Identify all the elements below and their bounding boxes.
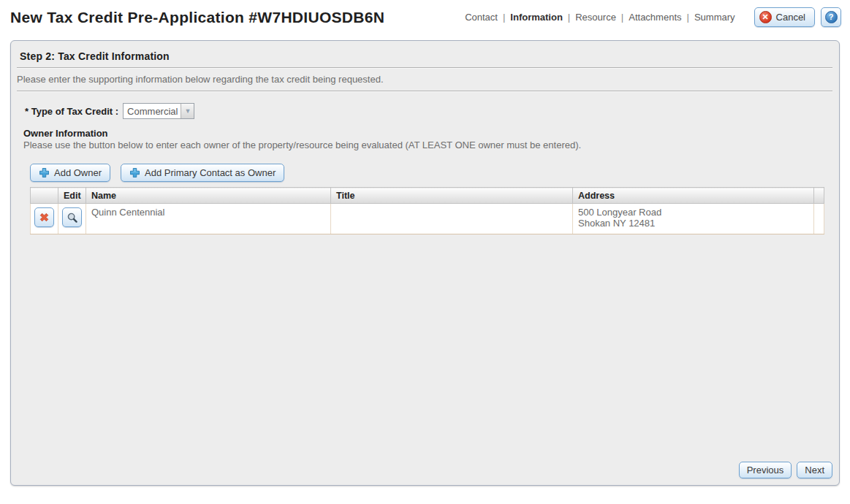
owner-buttons-row: Add Owner Add Primary Contact as Owner (30, 164, 839, 182)
step-nav: Contact | Information | Resource | Attac… (465, 7, 735, 23)
table-row: Quinn Centennial 500 Longyear Road Shoka… (31, 204, 824, 234)
header-buttons: ✕ Cancel ? (754, 7, 841, 27)
nav-information[interactable]: Information (510, 12, 563, 23)
add-primary-contact-as-owner-label: Add Primary Contact as Owner (145, 167, 276, 178)
red-x-icon (39, 212, 50, 223)
next-button[interactable]: Next (797, 462, 832, 478)
footer-buttons: Previous Next (739, 462, 832, 478)
type-of-tax-credit-value: Commercial (124, 104, 181, 118)
nav-separator: | (568, 12, 570, 23)
column-name: Name (86, 188, 331, 204)
cancel-button[interactable]: ✕ Cancel (754, 7, 815, 27)
owner-information-heading: Owner Information (23, 128, 839, 139)
edit-cell (58, 204, 86, 234)
nav-contact[interactable]: Contact (465, 12, 498, 23)
step-title: Step 2: Tax Credit Information (20, 50, 832, 62)
plus-icon (129, 167, 140, 178)
delete-cell (31, 204, 58, 234)
column-title: Title (331, 188, 573, 204)
nav-separator: | (621, 12, 623, 23)
cancel-button-label: Cancel (776, 12, 805, 23)
address-line1: 500 Longyear Road (578, 207, 808, 218)
type-of-tax-credit-row: * Type of Tax Credit : Commercial ▼ (25, 103, 839, 119)
add-owner-button[interactable]: Add Owner (30, 164, 110, 182)
column-spacer (814, 188, 824, 204)
magnifier-icon (67, 212, 78, 224)
add-primary-contact-as-owner-button[interactable]: Add Primary Contact as Owner (121, 164, 284, 182)
question-mark-icon: ? (825, 11, 838, 23)
intro-text: Please enter the supporting information … (17, 74, 832, 85)
owners-table: Edit Name Title Address (30, 187, 824, 234)
nav-separator: | (687, 12, 689, 23)
nav-separator: | (503, 12, 505, 23)
step-panel: Step 2: Tax Credit Information Please en… (10, 40, 840, 486)
add-owner-label: Add Owner (54, 167, 102, 178)
divider (17, 67, 832, 69)
view-owner-button[interactable] (62, 207, 82, 227)
delete-owner-button[interactable] (34, 207, 54, 227)
owner-name-cell: Quinn Centennial (86, 204, 331, 234)
owner-instructions: Please use the button below to enter eac… (23, 140, 585, 151)
column-address: Address (573, 188, 814, 204)
divider (17, 91, 832, 92)
chevron-down-icon[interactable]: ▼ (181, 104, 194, 118)
type-of-tax-credit-select[interactable]: Commercial ▼ (123, 103, 194, 119)
type-of-tax-credit-label: * Type of Tax Credit : (25, 106, 118, 117)
row-spacer-cell (814, 204, 824, 234)
owners-table-header-row: Edit Name Title Address (31, 188, 824, 204)
page-header: New Tax Credit Pre-Application #W7HDIUOS… (0, 0, 850, 40)
owner-title-cell (331, 204, 573, 234)
column-delete (31, 188, 58, 204)
red-x-circle-icon: ✕ (759, 11, 772, 23)
previous-button[interactable]: Previous (739, 462, 792, 478)
column-edit: Edit (58, 188, 86, 204)
nav-summary[interactable]: Summary (694, 12, 735, 23)
page-title: New Tax Credit Pre-Application #W7HDIUOS… (10, 6, 384, 26)
nav-resource[interactable]: Resource (575, 12, 616, 23)
header-right: Contact | Information | Resource | Attac… (465, 6, 841, 27)
required-asterisk: * (25, 106, 29, 117)
plus-icon (39, 167, 50, 178)
nav-attachments[interactable]: Attachments (629, 12, 681, 23)
address-line2: Shokan NY 12481 (578, 218, 808, 229)
owner-address-cell: 500 Longyear Road Shokan NY 12481 (573, 204, 814, 234)
help-button[interactable]: ? (821, 7, 841, 27)
type-of-tax-credit-label-text: Type of Tax Credit : (31, 106, 118, 117)
